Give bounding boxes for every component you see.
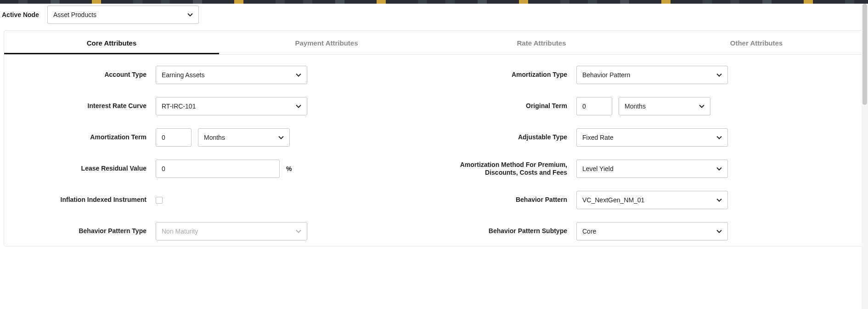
chevron-down-icon <box>716 198 722 202</box>
row-interest-rate-curve: Interest Rate Curve RT-IRC-101 <box>32 97 416 115</box>
chevron-down-icon <box>187 13 193 17</box>
amortization-term-unit-select[interactable]: Months <box>198 128 290 147</box>
chevron-down-icon <box>296 229 301 233</box>
form-area: Account Type Earning Assets Interest Rat… <box>4 55 864 246</box>
amortization-type-select[interactable]: Behavior Pattern <box>576 66 728 84</box>
amort-method-pdcf-select[interactable]: Level Yield <box>576 160 728 178</box>
behavior-pattern-type-value: Non Maturity <box>162 228 198 235</box>
amortization-term-unit-value: Months <box>204 134 225 141</box>
behavior-pattern-value: VC_NextGen_NM_01 <box>582 196 644 204</box>
account-type-select[interactable]: Earning Assets <box>156 66 307 84</box>
row-behavior-pattern-type: Behavior Pattern Type Non Maturity <box>32 222 416 240</box>
attributes-panel: Core Attributes Payment Attributes Rate … <box>4 30 864 246</box>
amortization-type-value: Behavior Pattern <box>582 71 630 79</box>
amort-method-pdcf-value: Level Yield <box>582 165 614 172</box>
inflation-indexed-label: Inflation Indexed Instrument <box>32 196 147 204</box>
original-term-value: 0 <box>582 103 586 110</box>
adjustable-type-label: Adjustable Type <box>452 133 567 142</box>
behavior-pattern-subtype-select[interactable]: Core <box>576 222 728 240</box>
inflation-indexed-checkbox[interactable] <box>156 197 163 204</box>
tabs: Core Attributes Payment Attributes Rate … <box>4 31 864 55</box>
chevron-down-icon <box>716 167 722 171</box>
adjustable-type-value: Fixed Rate <box>582 134 614 141</box>
amortization-term-input[interactable]: 0 <box>156 128 192 147</box>
behavior-pattern-type-select: Non Maturity <box>156 222 307 240</box>
original-term-label: Original Term <box>452 102 567 110</box>
account-type-label: Account Type <box>32 71 147 79</box>
amortization-type-label: Amortization Type <box>452 71 567 79</box>
tab-other-attributes[interactable]: Other Attributes <box>649 31 864 54</box>
row-amortization-type: Amortization Type Behavior Pattern <box>452 66 836 84</box>
row-amort-method-pdcf: Amortization Method For Premium, Discoun… <box>452 160 836 178</box>
active-node-label: Active Node <box>2 11 39 18</box>
behavior-pattern-select[interactable]: VC_NextGen_NM_01 <box>576 191 728 209</box>
chevron-down-icon <box>716 136 722 139</box>
lease-residual-value-label: Lease Residual Value <box>32 165 147 173</box>
chevron-down-icon <box>716 229 722 233</box>
tab-rate-attributes[interactable]: Rate Attributes <box>434 31 649 54</box>
lease-residual-value-input[interactable]: 0 <box>156 160 280 178</box>
chevron-down-icon <box>296 104 301 108</box>
tab-core-attributes[interactable]: Core Attributes <box>4 31 219 54</box>
chevron-down-icon <box>278 136 284 139</box>
interest-rate-curve-label: Interest Rate Curve <box>32 102 147 110</box>
lease-residual-value-value: 0 <box>162 165 165 172</box>
active-node-row: Active Node Asset Products <box>0 4 868 30</box>
form-right-column: Amortization Type Behavior Pattern Origi… <box>452 66 836 240</box>
row-inflation-indexed: Inflation Indexed Instrument <box>32 191 416 209</box>
original-term-unit-value: Months <box>625 103 646 110</box>
active-node-value: Asset Products <box>53 11 96 18</box>
form-left-column: Account Type Earning Assets Interest Rat… <box>32 66 416 240</box>
account-type-value: Earning Assets <box>162 71 204 79</box>
scrollbar-thumb[interactable] <box>862 4 867 105</box>
row-lease-residual-value: Lease Residual Value 0 % <box>32 160 416 178</box>
row-account-type: Account Type Earning Assets <box>32 66 416 84</box>
interest-rate-curve-value: RT-IRC-101 <box>162 103 196 110</box>
lease-residual-value-unit: % <box>286 165 292 172</box>
row-amortization-term: Amortization Term 0 Months <box>32 128 416 147</box>
adjustable-type-select[interactable]: Fixed Rate <box>576 128 728 147</box>
behavior-pattern-subtype-label: Behavior Pattern Subtype <box>452 227 567 235</box>
chevron-down-icon <box>699 104 705 108</box>
tab-payment-attributes[interactable]: Payment Attributes <box>219 31 434 54</box>
row-behavior-pattern-subtype: Behavior Pattern Subtype Core <box>452 222 836 240</box>
chevron-down-icon <box>716 73 722 77</box>
amortization-term-label: Amortization Term <box>32 133 147 142</box>
behavior-pattern-label: Behavior Pattern <box>452 196 567 204</box>
behavior-pattern-subtype-value: Core <box>582 228 596 235</box>
original-term-input[interactable]: 0 <box>576 97 612 115</box>
chevron-down-icon <box>296 73 301 77</box>
interest-rate-curve-select[interactable]: RT-IRC-101 <box>156 97 307 115</box>
row-original-term: Original Term 0 Months <box>452 97 836 115</box>
behavior-pattern-type-label: Behavior Pattern Type <box>32 227 147 235</box>
window-decoration-strip <box>0 0 868 4</box>
active-node-select[interactable]: Asset Products <box>47 6 199 24</box>
amortization-term-value: 0 <box>162 134 165 141</box>
amort-method-pdcf-label: Amortization Method For Premium, Discoun… <box>452 161 567 177</box>
original-term-unit-select[interactable]: Months <box>619 97 710 115</box>
vertical-scrollbar[interactable] <box>862 4 868 246</box>
row-adjustable-type: Adjustable Type Fixed Rate <box>452 128 836 147</box>
row-behavior-pattern: Behavior Pattern VC_NextGen_NM_01 <box>452 191 836 209</box>
